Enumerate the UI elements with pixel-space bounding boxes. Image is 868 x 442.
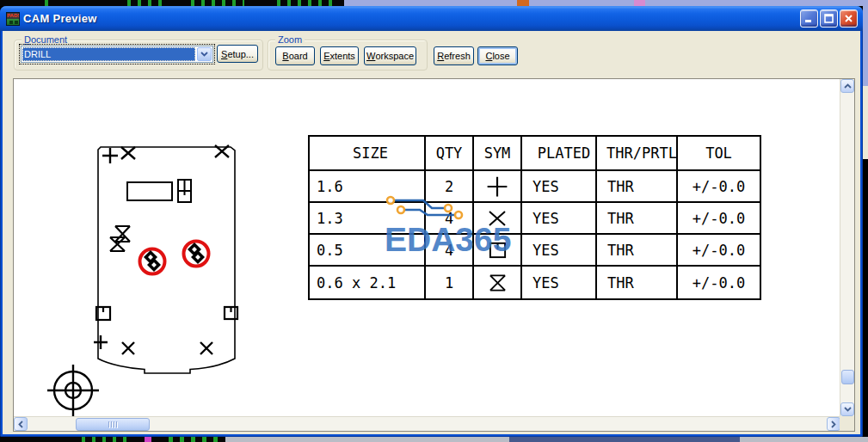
col-header-sym: SYM [474, 137, 522, 171]
hourglass-symbol-icon [488, 273, 508, 293]
table-cell-qty: 2 [426, 171, 474, 203]
scroll-right-button[interactable] [827, 417, 840, 431]
zoom-extents-button[interactable]: Extents [320, 46, 359, 65]
maximize-button[interactable] [820, 9, 838, 28]
window-title: CAM Preview [23, 12, 97, 25]
table-cell-sym [474, 171, 522, 203]
plus-symbol-icon [486, 175, 508, 198]
scrollbar-corner [840, 416, 854, 431]
dialog-client-area: Document DRILL Setup... Zoom Board Exten… [3, 31, 860, 434]
preview-canvas[interactable]: SIZE QTY SYM PLATED THR/PRTL TOL 1.6 2 Y… [14, 79, 840, 416]
pads-icon-label: PADS [7, 13, 19, 19]
table-cell-qty: 4 [426, 235, 474, 267]
table-cell-sym [474, 267, 522, 298]
table-cell-plated: YES [522, 203, 597, 235]
background-top-strip [0, 0, 868, 6]
col-header-plated: PLATED [522, 137, 597, 171]
zoom-board-button[interactable]: Board [275, 46, 315, 65]
horizontal-scroll-thumb[interactable] [76, 418, 150, 431]
background-window-edge [344, 0, 868, 6]
table-cell-thr-prtl: THR [597, 235, 678, 267]
pads-app-icon[interactable]: PADS [6, 12, 20, 26]
drill-plus-mark [102, 148, 118, 163]
minimize-icon [804, 14, 814, 23]
table-cell-thr-prtl: THR [597, 203, 678, 235]
col-header-tol: TOL [678, 137, 760, 171]
zoom-group-label: Zoom [275, 34, 305, 46]
col-header-qty: QTY [426, 137, 474, 171]
zoom-workspace-button[interactable]: Workspace [364, 46, 416, 65]
close-window-button[interactable] [840, 9, 858, 28]
chevron-down-icon [200, 52, 208, 57]
table-cell-size: 0.5 [310, 235, 426, 267]
preview-frame: SIZE QTY SYM PLATED THR/PRTL TOL 1.6 2 Y… [13, 78, 855, 432]
origin-crosshair-mark [47, 365, 99, 416]
close-icon [844, 14, 853, 23]
thumb-grip [108, 421, 117, 427]
square-notch-symbol-icon [488, 240, 508, 260]
component-outline [127, 182, 172, 200]
drill-diamond-cluster [188, 242, 205, 264]
titlebar[interactable]: PADS CAM Preview [0, 6, 863, 31]
refresh-button[interactable]: Refresh [434, 46, 474, 65]
maximize-icon [824, 14, 834, 23]
scroll-down-button[interactable] [840, 402, 854, 416]
chevron-right-icon [831, 421, 836, 428]
vertical-scrollbar[interactable] [840, 79, 854, 416]
table-cell-qty: 4 [426, 203, 474, 235]
drill-cross-mark [121, 147, 135, 159]
table-cell-tol: +/-0.0 [678, 235, 760, 267]
background-right-strip [863, 0, 868, 442]
chevron-left-icon [18, 421, 23, 428]
table-cell-plated: YES [522, 267, 597, 298]
table-cell-tol: +/-0.0 [678, 203, 760, 235]
scroll-up-button[interactable] [840, 79, 854, 93]
screen: PADS CAM Preview Document [0, 0, 868, 442]
horizontal-scrollbar[interactable] [14, 416, 840, 431]
drill-cross-mark [122, 342, 134, 354]
table-cell-thr-prtl: THR [597, 171, 678, 203]
table-cell-sym [474, 203, 522, 235]
drill-cross-mark [200, 342, 212, 354]
document-group-label: Document [22, 34, 70, 46]
table-cell-size: 1.6 [310, 171, 426, 203]
setup-button[interactable]: Setup... [217, 45, 258, 63]
connector-detail [178, 180, 191, 195]
table-cell-tol: +/-0.0 [678, 267, 760, 298]
table-cell-size: 0.6 x 2.1 [310, 267, 426, 298]
chevron-up-icon [844, 83, 852, 89]
document-combobox-value: DRILL [22, 47, 195, 61]
table-cell-size: 1.3 [310, 203, 426, 235]
diagonal-cross-symbol-icon [487, 208, 508, 229]
close-button[interactable]: Close [477, 46, 518, 65]
cam-preview-dialog: PADS CAM Preview Document [0, 6, 863, 437]
minimize-button[interactable] [800, 9, 818, 28]
background-bottom-strip [0, 437, 868, 442]
col-header-size: SIZE [310, 137, 426, 171]
table-cell-qty: 1 [426, 267, 474, 298]
table-cell-tol: +/-0.0 [678, 171, 760, 203]
vertical-scroll-thumb[interactable] [841, 370, 854, 384]
table-cell-plated: YES [522, 171, 597, 203]
drill-plus-mark [94, 335, 108, 349]
drill-diamond-cluster [144, 250, 161, 272]
col-header-thr-prtl: THR/PRTL [597, 137, 678, 171]
chevron-down-icon [844, 407, 852, 412]
drill-table: SIZE QTY SYM PLATED THR/PRTL TOL 1.6 2 Y… [308, 135, 761, 300]
table-cell-thr-prtl: THR [597, 267, 678, 298]
document-combobox[interactable]: DRILL [21, 46, 213, 63]
scroll-left-button[interactable] [14, 417, 28, 431]
table-cell-plated: YES [522, 235, 597, 267]
table-cell-sym [474, 235, 522, 267]
combobox-dropdown-button[interactable] [197, 47, 212, 61]
board-outline [98, 147, 235, 373]
